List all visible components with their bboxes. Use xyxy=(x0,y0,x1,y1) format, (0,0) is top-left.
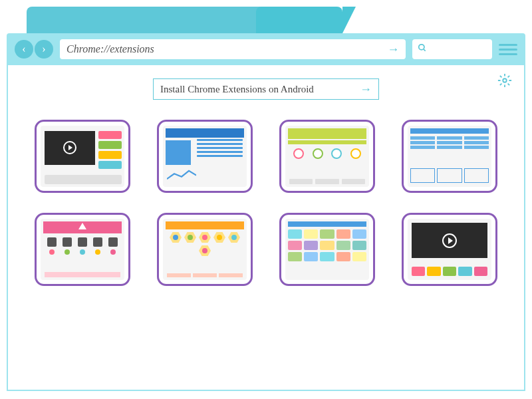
browser-tab[interactable] xyxy=(103,7,190,33)
extension-card[interactable] xyxy=(402,120,497,193)
extension-card[interactable] xyxy=(35,120,130,193)
extensions-grid xyxy=(28,120,504,286)
arrow-right-icon[interactable]: → xyxy=(360,82,372,96)
extension-thumbnail xyxy=(41,126,124,187)
settings-button[interactable] xyxy=(497,73,512,92)
browser-tab-active[interactable] xyxy=(256,7,342,33)
play-icon xyxy=(63,141,76,154)
play-icon xyxy=(442,233,457,248)
go-icon[interactable]: → xyxy=(387,43,399,57)
extension-thumbnail xyxy=(285,126,369,187)
extension-card[interactable] xyxy=(279,120,375,193)
extension-card[interactable] xyxy=(402,213,497,286)
hamburger-icon xyxy=(499,44,517,46)
nav-buttons: ‹ › xyxy=(15,40,53,59)
extension-thumbnail xyxy=(163,126,247,187)
prompt-input[interactable] xyxy=(160,84,360,95)
install-prompt[interactable]: → xyxy=(153,78,379,100)
extension-thumbnail xyxy=(163,219,247,280)
menu-button[interactable] xyxy=(499,40,517,59)
extension-card[interactable] xyxy=(279,213,375,286)
svg-line-1 xyxy=(424,49,426,51)
search-box[interactable] xyxy=(412,39,492,59)
url-input[interactable] xyxy=(66,43,387,55)
browser-tab[interactable] xyxy=(180,7,266,33)
extension-thumbnail xyxy=(408,126,491,187)
url-bar[interactable]: → xyxy=(60,39,406,59)
extension-card[interactable] xyxy=(157,213,253,286)
extension-thumbnail xyxy=(408,219,491,280)
extension-thumbnail xyxy=(285,219,369,280)
extension-thumbnail xyxy=(41,219,124,280)
toolbar: ‹ › → xyxy=(7,33,525,65)
svg-point-0 xyxy=(419,45,424,50)
content-area: → xyxy=(7,65,525,391)
search-icon xyxy=(418,43,427,55)
svg-point-2 xyxy=(503,78,507,82)
extension-card[interactable] xyxy=(35,213,130,286)
forward-button[interactable]: › xyxy=(35,40,53,59)
tab-bar xyxy=(7,7,525,33)
back-button[interactable]: ‹ xyxy=(15,40,33,59)
extension-card[interactable] xyxy=(157,120,253,193)
browser-tab[interactable] xyxy=(27,7,113,33)
